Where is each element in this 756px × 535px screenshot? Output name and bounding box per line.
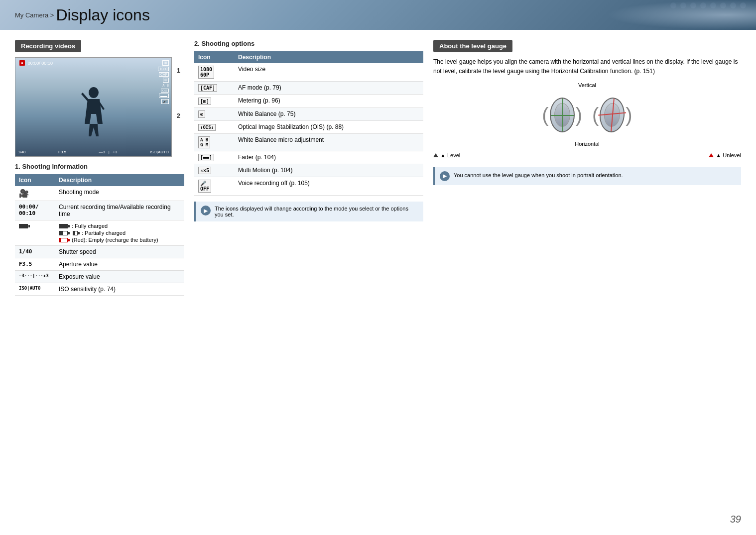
desc-cell-mode: Shooting mode bbox=[55, 186, 184, 201]
table-row: F3.5 Aperture value bbox=[15, 258, 184, 271]
shooting-info-section: 1. Shooting information Icon Description… bbox=[15, 163, 184, 296]
hud-icon-battery: ⊞ bbox=[162, 60, 169, 66]
hud-shutter: 1/40 bbox=[18, 150, 26, 154]
decorative-circles bbox=[670, 2, 746, 8]
shooting-info-title: 1. Shooting information bbox=[15, 163, 184, 170]
preview-inner: ● 00:00/ 00:10 ⊞ 1080 CAF ⊞ A B OIS ▬▬ 🎤 bbox=[15, 58, 171, 156]
icon-cell-exposure: −3···|···+3 bbox=[15, 271, 55, 283]
desc-cell-shutter: Shutter speed bbox=[55, 246, 184, 258]
hud-icon-1080: 1080 bbox=[158, 67, 169, 71]
desc-cell-iso: ISO sensitivity (p. 74) bbox=[55, 283, 184, 296]
shooting-options-title: 2. Shooting options bbox=[194, 40, 423, 47]
level-label: ▲ Level bbox=[433, 151, 460, 160]
desc-cell-time: Current recording time/Available recordi… bbox=[55, 201, 184, 220]
hud-icon-fader: ▬▬ bbox=[159, 94, 169, 98]
horizontal-label: Horizontal bbox=[433, 140, 741, 149]
unlevel-label: ▲ Unlevel bbox=[709, 151, 741, 160]
desc-cell-voice: Voice recording off (p. 105) bbox=[234, 177, 423, 196]
hud-rec-indicator: ● bbox=[19, 60, 25, 66]
table-row: [⊞] Metering (p. 96) bbox=[194, 95, 423, 107]
col-desc-header: Description bbox=[55, 174, 184, 186]
table-row: 🎥 Shooting mode bbox=[15, 186, 184, 201]
level-gauge-note: ▶ You cannot use the level gauge when yo… bbox=[433, 167, 741, 185]
battery-item-full: : Fully charged bbox=[59, 223, 180, 229]
hud-icon-grid: ⊞ bbox=[163, 78, 169, 83]
page-number: 39 bbox=[730, 514, 741, 525]
table-row: A BG M White Balance micro adjustment bbox=[194, 133, 423, 151]
table-row: [CAF] AF mode (p. 79) bbox=[194, 82, 423, 95]
bracket-right: ) bbox=[576, 99, 582, 131]
desc-cell-aperture: Aperture value bbox=[55, 258, 184, 271]
icon-motion: ✳×5 bbox=[198, 167, 211, 174]
triangle-unlevel bbox=[709, 153, 714, 157]
triangle-level bbox=[433, 153, 438, 157]
breadcrumb: My Camera > bbox=[15, 11, 54, 19]
shooting-options-note: ▶ The icons displayed will change accord… bbox=[194, 202, 423, 221]
hud-icon-caf: CAF bbox=[159, 72, 169, 77]
desc-cell-af: AF mode (p. 79) bbox=[234, 82, 423, 95]
label-1: 1 bbox=[177, 67, 180, 74]
desc-cell-motion: Multi Motion (p. 104) bbox=[234, 164, 423, 177]
icon-cell-aperture: F3.5 bbox=[15, 258, 55, 271]
table-row: ISO|AUTO ISO sensitivity (p. 74) bbox=[15, 283, 184, 296]
icon-cell-wb-adj: A BG M bbox=[194, 133, 234, 151]
level-diagram-container: Vertical ( ) ( bbox=[433, 81, 741, 160]
icon-cell-wb: ⊙ bbox=[194, 107, 234, 120]
hud-time: 00:00/ 00:10 bbox=[28, 61, 53, 66]
person-silhouette bbox=[79, 87, 109, 146]
note-icon-1: ▶ bbox=[201, 206, 211, 215]
hud-aperture: F3.5 bbox=[58, 150, 66, 154]
camera-preview: ● 00:00/ 00:10 ⊞ 1080 CAF ⊞ A B OIS ▬▬ 🎤 bbox=[15, 57, 172, 157]
icon-wb: ⊙ bbox=[198, 110, 205, 118]
desc-cell-exposure: Exposure value bbox=[55, 271, 184, 283]
table-row: : Fully charged : Partially charged (Re bbox=[15, 220, 184, 246]
hud-icon-ois: OIS bbox=[161, 89, 169, 93]
battery-item-empty: (Red): Empty (recharge the battery) bbox=[59, 237, 180, 243]
hud-top: ● 00:00/ 00:10 bbox=[19, 60, 53, 66]
note-text-1: The icons displayed will change accordin… bbox=[215, 206, 418, 217]
middle-column: 2. Shooting options Icon Description 108… bbox=[194, 40, 423, 296]
icon-cell-fader: [▬▬] bbox=[194, 151, 234, 164]
lens-group-level: ( ) bbox=[542, 98, 582, 132]
icon-cell-mode: 🎥 bbox=[15, 186, 55, 201]
lens-line-v-level bbox=[562, 99, 563, 131]
col-icon-header-2: Icon bbox=[194, 51, 234, 63]
bracket-left: ( bbox=[542, 99, 548, 131]
note-icon-2: ▶ bbox=[440, 171, 450, 181]
icon-cell-metering: [⊞] bbox=[194, 95, 234, 107]
icon-metering: [⊞] bbox=[198, 98, 211, 105]
icon-voice-off: 🎤OFF bbox=[198, 180, 211, 193]
hud-bottom: 1/40 F3.5 ―3···|···+3 ISO|AUTO bbox=[18, 150, 169, 154]
icon-ois: ↑OIS↓ bbox=[198, 124, 216, 131]
header: My Camera > Display icons bbox=[0, 0, 756, 30]
icon-cell-battery bbox=[15, 220, 55, 246]
table-row: ↑OIS↓ Optical Image Stabilization (OIS) … bbox=[194, 120, 423, 133]
table-row: ✳×5 Multi Motion (p. 104) bbox=[194, 164, 423, 177]
left-column: Recording videos ● 00:00/ 00:10 ⊞ 1080 C… bbox=[15, 40, 184, 296]
col-desc-header-2: Description bbox=[234, 51, 423, 63]
desc-cell-metering: Metering (p. 96) bbox=[234, 95, 423, 107]
hud-iso: ISO|AUTO bbox=[150, 150, 169, 154]
lens-outer-level bbox=[550, 98, 575, 132]
desc-cell-wb: White Balance (p. 75) bbox=[234, 107, 423, 120]
level-gauge-body: The level gauge helps you align the came… bbox=[433, 57, 741, 185]
icon-fader: [▬▬] bbox=[198, 154, 214, 161]
level-diagram: ( ) ( bbox=[433, 98, 741, 132]
svg-point-0 bbox=[89, 87, 99, 98]
recording-section-header: Recording videos bbox=[15, 40, 81, 52]
shooting-info-table: Icon Description 🎥 Shooting mode bbox=[15, 174, 184, 296]
level-gauge-text: The level gauge helps you align the came… bbox=[433, 57, 741, 76]
battery-full-icon bbox=[19, 224, 30, 228]
main-content: Recording videos ● 00:00/ 00:10 ⊞ 1080 C… bbox=[0, 30, 756, 306]
level-labels: ▲ Level ▲ Unlevel bbox=[433, 151, 741, 160]
battery-item-partial: : Partially charged bbox=[59, 230, 180, 236]
hud-exposure-bar: ―3···|···+3 bbox=[99, 150, 118, 154]
lens-outer-unlevel bbox=[598, 97, 626, 133]
level-gauge-section-header: About the level gauge bbox=[433, 40, 512, 52]
desc-cell-fader: Fader (p. 104) bbox=[234, 151, 423, 164]
label-2: 2 bbox=[177, 112, 180, 119]
shooting-options-table: Icon Description 108060P Video size [CAF… bbox=[194, 51, 423, 196]
hud-right: ⊞ 1080 CAF ⊞ A B OIS ▬▬ 🎤 bbox=[158, 60, 169, 104]
icon-caf: [CAF] bbox=[198, 84, 217, 92]
bracket-right-2: ) bbox=[626, 99, 632, 131]
